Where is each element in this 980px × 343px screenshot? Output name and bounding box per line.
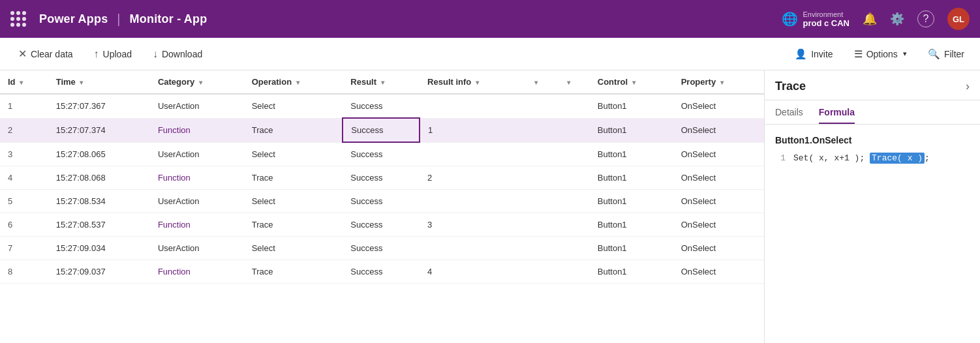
cell-extra2	[557, 118, 590, 142]
cell-result-info: 1	[420, 118, 525, 142]
invite-label: Invite	[811, 49, 833, 59]
cell-extra1	[525, 260, 557, 284]
col-extra1[interactable]: ▾	[525, 70, 557, 94]
cell-time: 15:27:08.065	[48, 142, 150, 166]
filter-button[interactable]: 🔍 Filter	[923, 44, 970, 64]
sort-result-icon: ▾	[381, 79, 384, 86]
sort-operation-icon: ▾	[296, 79, 299, 86]
col-extra2[interactable]: ▾	[557, 70, 590, 94]
table-row[interactable]: 4 15:27:08.068 Function Trace Success 2 …	[0, 166, 764, 190]
table-row[interactable]: 8 15:27:09.037 Function Trace Success 4 …	[0, 260, 764, 284]
options-button[interactable]: ☰ Options ▾	[849, 44, 912, 64]
cell-operation: Trace	[244, 213, 343, 237]
cell-time: 15:27:07.367	[48, 94, 150, 118]
app-name: Power Apps	[39, 12, 108, 26]
cell-operation: Select	[244, 237, 343, 260]
sort-property-icon: ▾	[720, 79, 724, 86]
table-row[interactable]: 7 15:27:09.034 UserAction Select Success…	[0, 237, 764, 260]
cell-control: Button1	[590, 190, 673, 213]
cell-operation: Select	[244, 190, 343, 213]
settings-icon[interactable]: ⚙️	[890, 12, 904, 26]
cell-extra1	[525, 142, 557, 166]
cell-result-info	[420, 94, 525, 118]
cell-operation: Select	[244, 142, 343, 166]
filter-label: Filter	[944, 49, 964, 59]
cell-extra2	[557, 237, 590, 260]
cell-category: UserAction	[150, 237, 244, 260]
tab-formula[interactable]: Formula	[819, 100, 855, 124]
cell-control: Button1	[590, 237, 673, 260]
cell-result-info	[420, 190, 525, 213]
formula-title: Button1.OnSelect	[775, 135, 970, 145]
panel-close-button[interactable]: ›	[966, 80, 970, 93]
cell-operation: Trace	[244, 166, 343, 190]
cell-time: 15:27:08.537	[48, 213, 150, 237]
cell-time: 15:27:09.037	[48, 260, 150, 284]
topbar-right: 🌐 Environment prod c CAN 🔔 ⚙️ ? GL	[782, 8, 970, 30]
col-category[interactable]: Category ▾	[150, 70, 244, 94]
sort-control-icon: ▾	[632, 79, 635, 86]
sort-id-icon: ▾	[20, 79, 23, 86]
right-panel: Trace › Details Formula Button1.OnSelect…	[765, 70, 980, 343]
cell-extra1	[525, 237, 557, 260]
cell-extra2	[557, 213, 590, 237]
cell-property: OnSelect	[673, 190, 764, 213]
table-area: Id ▾ Time ▾ Category ▾ Operation ▾ Resul…	[0, 70, 765, 343]
upload-button[interactable]: ↑ Upload	[86, 44, 140, 64]
invite-icon: 👤	[795, 48, 807, 60]
cell-id: 1	[0, 94, 48, 118]
cell-category: UserAction	[150, 94, 244, 118]
formula-after: ;	[925, 153, 930, 163]
cell-id: 6	[0, 213, 48, 237]
invite-button[interactable]: 👤 Invite	[789, 44, 838, 64]
cell-category: UserAction	[150, 142, 244, 166]
clear-data-label: Clear data	[31, 49, 73, 59]
options-chevron-icon: ▾	[903, 50, 907, 58]
formula-before: Set( x, x+1 );	[793, 153, 870, 163]
cell-id: 7	[0, 237, 48, 260]
tab-details[interactable]: Details	[775, 100, 803, 124]
cell-property: OnSelect	[673, 94, 764, 118]
clear-data-icon: ✕	[18, 48, 27, 60]
help-icon[interactable]: ?	[917, 10, 934, 27]
cell-time: 15:27:07.374	[48, 118, 150, 142]
topbar: Power Apps | Monitor - App 🌐 Environment…	[0, 0, 980, 38]
environment-block[interactable]: 🌐 Environment prod c CAN	[782, 10, 850, 28]
app-grid-icon[interactable]	[10, 11, 26, 27]
upload-label: Upload	[103, 49, 132, 59]
table-row[interactable]: 1 15:27:07.367 UserAction Select Success…	[0, 94, 764, 118]
download-button[interactable]: ↓ Download	[145, 44, 210, 64]
col-time[interactable]: Time ▾	[48, 70, 150, 94]
cell-control: Button1	[590, 260, 673, 284]
cell-control: Button1	[590, 94, 673, 118]
cell-extra2	[557, 260, 590, 284]
cell-extra2	[557, 190, 590, 213]
cell-control: Button1	[590, 166, 673, 190]
cell-result: Success	[343, 142, 420, 166]
notification-icon[interactable]: 🔔	[863, 12, 877, 26]
table-row[interactable]: 6 15:27:08.537 Function Trace Success 3 …	[0, 213, 764, 237]
col-property[interactable]: Property ▾	[673, 70, 764, 94]
cell-id: 3	[0, 142, 48, 166]
col-result-info[interactable]: Result info ▾	[420, 70, 525, 94]
cell-extra2	[557, 142, 590, 166]
table-row[interactable]: 3 15:27:08.065 UserAction Select Success…	[0, 142, 764, 166]
cell-result: Success	[343, 118, 420, 142]
toolbar: ✕ Clear data ↑ Upload ↓ Download 👤 Invit…	[0, 38, 980, 70]
environment-info: Environment prod c CAN	[803, 10, 850, 28]
col-id[interactable]: Id ▾	[0, 70, 48, 94]
cell-result-info: 2	[420, 166, 525, 190]
download-label: Download	[162, 49, 202, 59]
col-control[interactable]: Control ▾	[590, 70, 673, 94]
avatar[interactable]: GL	[947, 8, 970, 30]
sort-time-icon: ▾	[80, 79, 83, 86]
col-operation[interactable]: Operation ▾	[244, 70, 343, 94]
cell-operation: Select	[244, 94, 343, 118]
cell-result: Success	[343, 213, 420, 237]
cell-property: OnSelect	[673, 237, 764, 260]
cell-property: OnSelect	[673, 213, 764, 237]
table-row[interactable]: 5 15:27:08.534 UserAction Select Success…	[0, 190, 764, 213]
col-result[interactable]: Result ▾	[343, 70, 420, 94]
clear-data-button[interactable]: ✕ Clear data	[10, 44, 81, 64]
table-row[interactable]: 2 15:27:07.374 Function Trace Success 1 …	[0, 118, 764, 142]
